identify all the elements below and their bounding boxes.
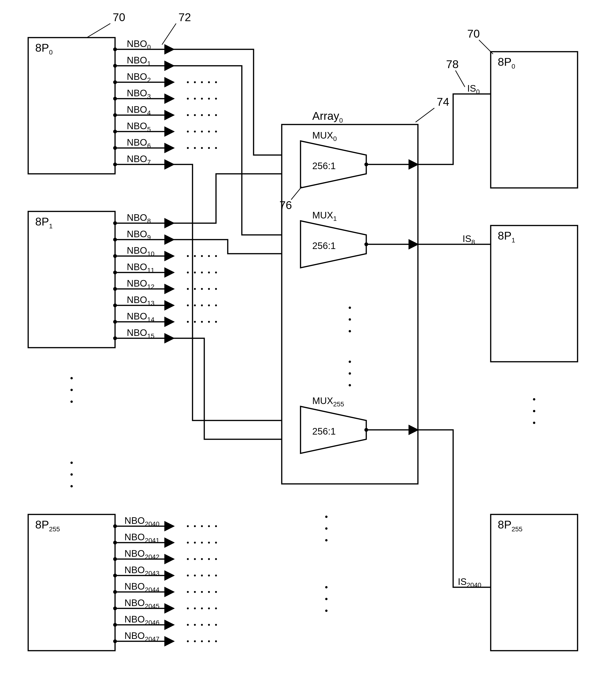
ref-72: 72 [178,11,191,24]
ref-76: 76 [279,199,292,212]
svg-point-150 [201,607,203,609]
svg-point-134 [201,575,203,576]
svg-point-66 [194,255,196,257]
svg-point-110 [201,525,203,527]
svg-point-120 [215,542,217,544]
svg-point-201 [533,398,535,401]
svg-point-160 [215,624,217,626]
dest-8p1 [491,225,578,362]
svg-point-156 [187,624,189,626]
svg-point-126 [201,558,203,560]
svg-point-116 [187,542,189,544]
svg-point-119 [208,542,210,544]
svg-point-1 [70,377,73,379]
svg-point-76 [208,272,210,274]
svg-point-50 [201,147,203,149]
svg-point-144 [215,591,217,593]
svg-line-200 [479,40,493,54]
svg-point-16 [187,81,189,83]
svg-point-33 [194,114,196,116]
svg-text:256:1: 256:1 [312,241,336,251]
svg-point-74 [194,272,196,274]
dest-8p255 [491,514,578,651]
svg-point-109 [194,525,196,527]
svg-point-51 [208,147,210,149]
svg-point-158 [201,624,203,626]
svg-point-149 [194,607,196,609]
svg-point-183 [349,318,351,321]
svg-point-43 [208,131,210,132]
svg-point-195 [325,539,328,541]
svg-point-4 [70,462,73,464]
svg-point-112 [215,525,217,527]
svg-point-35 [208,114,210,116]
svg-point-136 [215,575,217,576]
svg-point-203 [533,422,535,424]
svg-point-164 [187,640,189,642]
svg-point-27 [208,98,210,100]
svg-point-151 [208,607,210,609]
block-8p1 [28,212,115,348]
ellipsis-left-mid [70,377,73,403]
svg-point-28 [215,98,217,100]
svg-point-187 [349,384,351,386]
svg-point-44 [215,131,217,132]
ref-78: 78 [446,58,459,70]
svg-point-159 [208,624,210,626]
svg-point-133 [194,575,196,576]
svg-point-167 [208,640,210,642]
svg-point-24 [187,98,189,100]
svg-point-41 [194,131,196,132]
svg-line-199 [456,70,465,87]
svg-point-17 [194,81,196,83]
svg-point-36 [215,114,217,116]
svg-point-197 [325,598,328,600]
svg-point-202 [533,410,535,412]
svg-point-82 [194,288,196,290]
svg-point-132 [187,575,189,576]
svg-point-81 [187,288,189,290]
svg-point-165 [194,640,196,642]
ellipsis-right [533,398,535,424]
block-8p0 [28,38,115,174]
svg-text:256:1: 256:1 [312,161,336,171]
svg-point-127 [208,558,210,560]
svg-point-6 [70,485,73,487]
svg-point-3 [70,401,73,403]
nbo-group-1: NBO8 NBO9 NBO10 NBO11 NBO12 N [113,212,217,340]
svg-point-89 [187,305,189,306]
svg-point-34 [201,114,203,116]
svg-point-128 [215,558,217,560]
svg-point-193 [325,516,328,518]
svg-point-135 [208,575,210,576]
block-8p255 [28,514,115,651]
svg-point-84 [208,288,210,290]
ref-70b: 70 [467,28,480,40]
svg-point-68 [208,255,210,257]
svg-point-65 [187,255,189,257]
svg-point-125 [194,558,196,560]
ref-70a: 70 [113,11,125,24]
svg-point-108 [187,525,189,527]
svg-point-67 [201,255,203,257]
nbo-group-0: NBO0 NBO1 NBO2 NBO3 NBO4 NBO5 [113,38,217,166]
svg-point-100 [208,321,210,323]
svg-point-196 [325,586,328,588]
svg-point-48 [187,147,189,149]
svg-point-157 [194,624,196,626]
svg-point-93 [215,305,217,306]
svg-point-32 [187,114,189,116]
svg-point-142 [201,591,203,593]
svg-point-49 [194,147,196,149]
svg-point-185 [349,360,351,363]
svg-point-117 [194,542,196,544]
svg-point-182 [349,307,351,309]
svg-point-143 [208,591,210,593]
svg-point-166 [201,640,203,642]
svg-point-168 [215,640,217,642]
svg-line-169 [162,24,176,44]
svg-point-97 [187,321,189,323]
svg-point-20 [215,81,217,83]
ellipsis-center-low [325,516,328,612]
svg-point-198 [325,610,328,612]
